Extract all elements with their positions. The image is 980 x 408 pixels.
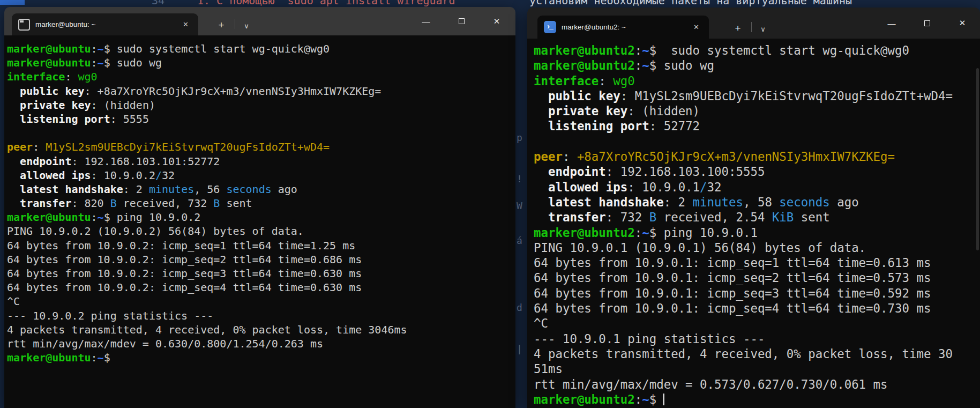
terminal-text-segment: public key [548,89,620,103]
terminal-line: 64 bytes from 10.9.0.2: icmp_seq=3 ttl=6… [7,266,512,280]
terminal-text-segment: rtt min/avg/max/mdev = 0.630/0.800/1.254… [7,337,323,350]
terminal-text-segment: marker@ubuntu2 [534,226,635,240]
terminal-text-segment: listening port [20,113,110,125]
terminal-line: transfer: 732 B received, 2.54 KiB sent [534,210,976,225]
terminal-text-segment: ~ [642,58,649,72]
terminal-text-segment: : 10.9.0.1 [627,180,700,194]
terminal-text-segment: : 2 [664,195,693,209]
terminal-text-segment [534,180,548,194]
terminal-line: marker@ubuntu2:~$ sudo wg [534,58,976,73]
terminal-line: marker@ubuntu:~$ sudo systemctl start wg… [7,42,512,56]
tab-title: marker@ubuntu: ~ [35,20,179,28]
terminal-line [534,134,976,149]
terminal-text-segment: B [213,197,220,210]
terminal-line: 64 bytes from 10.9.0.1: icmp_seq=3 ttl=6… [534,286,976,301]
terminal-text-segment: marker@ubuntu [7,56,91,69]
terminal-text-segment: KiB [772,210,794,224]
terminal-text-segment: ~ [642,226,649,240]
terminal-line: listening port: 5555 [7,112,512,126]
close-button[interactable]: ✕ [945,8,980,39]
terminal-text-segment: received, 2.54 [656,210,772,224]
tab-title: marker@ubuntu2: ~ [562,23,690,31]
terminal-text-segment: : [635,43,642,57]
maximize-button[interactable] [444,7,479,35]
terminal-output-ubuntu2[interactable]: marker@ubuntu2:~$ sudo systemctl start w… [527,39,980,408]
terminal-text-segment: ago [272,183,297,196]
terminal-text-segment: : 192.168.103.100:5555 [606,165,765,179]
terminal-line: --- 10.9.0.2 ping statistics --- [7,309,512,323]
tab-close-icon[interactable]: ✕ [179,19,192,29]
background-text-fragment: | [517,343,522,354]
terminal-text-segment: M1ySL2sm9UEBcDyi7kEiStvrwqT20ugFsIdoZTt+… [46,140,330,153]
terminal-line: private key: (hidden) [534,103,976,118]
maximize-button[interactable] [909,8,945,39]
background-text-fragment: W [517,200,522,211]
background-gap-strip: p!Wád| [515,7,527,408]
terminal-text-segment: marker@ubuntu2 [534,58,635,72]
new-tab-button[interactable]: + [214,19,228,31]
scrollbar-thumb[interactable] [976,68,979,250]
console-icon [18,19,30,31]
terminal-text-segment [534,89,548,103]
terminal-text-segment: : +8a7XroYRc5OjKJr9cX+m3/vnenNSIy3HmxIW7… [85,85,381,98]
terminal-line: allowed ips: 10.9.0.1/32 [534,180,976,195]
terminal-text-segment: ~ [642,43,649,57]
terminal-text-segment: $ sudo systemctl start wg-quick@wg0 [104,42,330,55]
terminal-text-segment: received, 732 [117,197,214,210]
terminal-text-segment [7,155,20,168]
terminal-line: endpoint: 192.168.103.100:5555 [534,164,976,179]
terminal-text-segment: ^C [534,316,548,330]
terminal-output-ubuntu[interactable]: marker@ubuntu:~$ sudo systemctl start wg… [4,35,515,408]
terminal-text-segment: private key [548,104,627,118]
editor-code-text: 1. С помощью `sudo apt install wireguard… [197,0,462,7]
terminal-text-segment: : 5555 [110,113,149,125]
terminal-line: rtt min/avg/max/mdev = 0.573/0.627/0.730… [534,377,976,392]
terminal-text-segment: seconds [226,183,271,196]
terminal-text-segment [534,195,548,209]
terminal-text-segment: --- 10.9.0.1 ping statistics --- [534,332,765,346]
terminal-text-segment: wg0 [613,74,634,88]
terminal-text-segment: ^C [7,295,20,308]
new-tab-button[interactable]: + [731,23,745,34]
minimize-button[interactable]: — [408,7,444,35]
terminal-text-segment: +8a7XroYRc5OjKJr9cX+m3/vnenNSIy3HmxIW7KZ… [577,150,895,164]
chevron-down-icon[interactable]: ∨ [757,25,769,33]
terminal-window-ubuntu: marker@ubuntu: ~ ✕ + ∨ — ✕ marker@ubuntu… [4,7,515,408]
terminal-text-segment: : [91,56,98,69]
terminal-text-segment: ago [830,195,859,209]
terminal-line: marker@ubuntu:~$ sudo wg [7,56,512,70]
terminal-text-segment: : M1ySL2sm9UEBcDyi7kEiStvrwqT20ugFsIdoZT… [620,89,953,103]
terminal-text-segment [534,119,548,133]
terminal-line: ^C [534,316,976,331]
terminal-text-segment: : [563,150,577,164]
minimize-button[interactable]: — [874,8,909,39]
terminal-text-segment [7,169,20,182]
terminal-line: 64 bytes from 10.9.0.2: icmp_seq=1 ttl=6… [7,239,512,253]
terminal-line: 51ms [534,361,976,376]
terminal-line: 4 packets transmitted, 4 received, 0% pa… [7,323,512,337]
terminal-text-segment: interface [534,74,599,88]
terminal-line: marker@ubuntu:~$ ping 10.9.0.2 [7,210,512,224]
terminal-text-segment: 32 [162,169,175,182]
tab-divider [751,22,752,32]
tab-close-icon[interactable]: ✕ [690,22,702,32]
terminal-text-segment: $ sudo wg [104,56,162,69]
terminal-text-segment: allowed ips [20,169,91,182]
tab-marker-ubuntu2[interactable]: marker@ubuntu2: ~ ✕ [537,16,709,39]
terminal-text-segment: 64 bytes from 10.9.0.2: icmp_seq=2 ttl=6… [7,253,362,266]
terminal-text-segment: minutes [693,195,743,209]
terminal-text-segment: : [91,211,98,224]
terminal-line: transfer: 820 B received, 732 B sent [7,196,512,210]
terminal-line: latest handshake: 2 minutes, 56 seconds … [7,182,512,196]
tab-marker-ubuntu[interactable]: marker@ubuntu: ~ ✕ [12,13,198,35]
powershell-icon [544,21,556,33]
terminal-text-segment: 64 bytes from 10.9.0.1: icmp_seq=2 ttl=6… [534,271,931,285]
terminal-text-segment: 51ms [534,362,563,376]
caption-buttons: — ✕ [408,7,514,35]
chevron-down-icon[interactable]: ∨ [240,22,253,30]
terminal-text-segment: 4 packets transmitted, 4 received, 0% pa… [7,323,407,336]
terminal-text-segment: --- 10.9.0.2 ping statistics --- [7,309,213,322]
right-titlebar: marker@ubuntu2: ~ ✕ + ∨ — ✕ [527,8,980,39]
close-button[interactable]: ✕ [479,7,514,35]
terminal-text-segment: $ [649,392,656,406]
